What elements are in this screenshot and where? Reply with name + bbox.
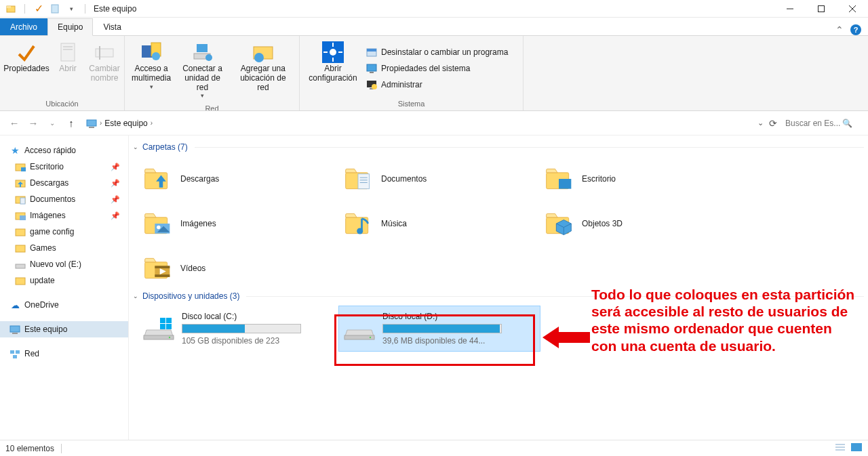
media-access-button[interactable]: Acceso a multimedia ▾	[129, 39, 174, 102]
tab-file[interactable]: Archivo	[0, 18, 47, 35]
folder-icon	[15, 259, 26, 270]
drive-icon	[142, 312, 175, 345]
sidebar-item[interactable]: Games	[0, 240, 128, 256]
collapse-icon: ⌄	[133, 293, 138, 299]
collapse-icon: ⌄	[133, 144, 138, 150]
svg-rect-79	[160, 324, 165, 329]
annotation-text: Todo lo que coloques en esta partición s…	[591, 286, 857, 354]
folder-item[interactable]: Escritorio	[540, 159, 741, 199]
uninstall-programs-button[interactable]: Desinstalar o cambiar un programa	[366, 47, 508, 58]
back-button[interactable]: ←	[7, 116, 22, 131]
group-system-caption: Sistema	[304, 98, 519, 110]
manage-button[interactable]: Administrar	[366, 79, 508, 90]
properties-label: Propiedades	[3, 64, 49, 74]
check-icon[interactable]: ✓	[33, 3, 44, 14]
collapse-ribbon-icon[interactable]: ⌃	[835, 24, 844, 35]
folders-section-header[interactable]: ⌄ Carpetas (7)	[129, 140, 868, 154]
svg-rect-1	[7, 6, 11, 8]
sysprops-label: Propiedades del sistema	[381, 64, 470, 73]
help-icon[interactable]: ?	[850, 24, 861, 35]
sidebar-item-label: Escritorio	[30, 162, 64, 171]
recent-locations-button[interactable]: ⌄	[45, 116, 60, 131]
sidebar-item[interactable]: Documentos📌	[0, 191, 128, 207]
sidebar-item-label: Nuevo vol (E:)	[30, 260, 81, 269]
group-network-caption: Red	[129, 102, 295, 111]
dropdown-icon[interactable]: ▾	[66, 3, 77, 14]
sidebar-thispc[interactable]: Este equipo	[0, 321, 128, 337]
close-button[interactable]	[837, 0, 868, 18]
drive-freespace-label: 105 GB disponibles de 223	[182, 336, 335, 346]
address-bar[interactable]: › Este equipo ›	[83, 115, 753, 131]
svg-rect-78	[166, 318, 172, 323]
svg-rect-8	[63, 46, 73, 47]
connect-drive-button[interactable]: Conectar a unidad de red ▾	[175, 39, 230, 102]
window-title: Este equipo	[94, 4, 136, 14]
search-box[interactable]: 🔍	[781, 115, 863, 131]
pin-icon: 📌	[111, 195, 120, 204]
chevron-right-icon[interactable]: ›	[100, 119, 102, 127]
properties-button[interactable]: Propiedades	[4, 39, 49, 98]
folder-item[interactable]: Vídeos	[138, 248, 339, 289]
minimize-button[interactable]	[774, 0, 806, 18]
folder-item[interactable]: Música	[339, 203, 540, 244]
svg-rect-23	[332, 58, 334, 62]
rename-button[interactable]: Cambiar nombre	[87, 39, 122, 98]
open-button[interactable]: Abrir	[50, 39, 85, 98]
dropdown-icon: ▾	[201, 92, 204, 99]
pin-icon: 📌	[111, 179, 120, 188]
thispc-icon	[9, 324, 20, 335]
sidebar-item[interactable]: Imágenes📌	[0, 207, 128, 224]
folder-item[interactable]: Imágenes	[138, 203, 339, 244]
tiles-view-icon[interactable]	[850, 442, 863, 454]
up-button[interactable]: ↑	[64, 116, 79, 131]
breadcrumb-thispc[interactable]: Este equipo	[104, 119, 147, 128]
sidebar-quick-access[interactable]: ★ Acceso rápido	[0, 142, 128, 159]
sidebar-onedrive[interactable]: ☁ OneDrive	[0, 297, 128, 313]
folder-item[interactable]: Descargas	[138, 159, 339, 199]
title-bar: ✓ ▾ Este equipo	[0, 0, 868, 18]
drives-header-label: Dispositivos y unidades (3)	[142, 291, 239, 301]
search-input[interactable]	[784, 118, 842, 129]
svg-rect-80	[166, 324, 172, 329]
svg-point-32	[372, 84, 377, 89]
address-dropdown-icon[interactable]: ⌄	[757, 119, 764, 127]
svg-rect-4	[818, 5, 825, 12]
svg-rect-28	[367, 64, 376, 71]
open-settings-button[interactable]: Abrir configuración	[304, 39, 362, 98]
folder-icon	[141, 163, 174, 195]
sidebar-item[interactable]: Descargas📌	[0, 175, 128, 191]
folder-item[interactable]: Documentos	[339, 159, 540, 199]
svg-rect-44	[16, 245, 25, 252]
svg-rect-45	[16, 264, 25, 268]
connect-drive-label: Conectar a unidad de red	[179, 64, 226, 92]
add-location-button[interactable]: Agregar una ubicación de red	[231, 39, 295, 102]
folder-icon	[342, 163, 374, 195]
svg-point-14	[152, 52, 160, 60]
drive-item[interactable]: Disco local (C:)105 GB disponibles de 22…	[138, 306, 339, 351]
group-location-caption: Ubicación	[4, 98, 120, 110]
sidebar-item[interactable]: Nuevo vol (E:)	[0, 256, 128, 272]
sidebar-network[interactable]: Red	[0, 346, 128, 362]
tab-view[interactable]: Vista	[93, 18, 131, 35]
thispc-icon	[86, 118, 97, 129]
sidebar-item[interactable]: Escritorio📌	[0, 159, 128, 175]
sidebar-item[interactable]: game config	[0, 224, 128, 240]
folder-icon	[15, 161, 26, 172]
folder-item[interactable]: Objetos 3D	[540, 203, 741, 244]
svg-rect-2	[52, 5, 58, 13]
document-icon[interactable]	[50, 3, 60, 14]
folder-icon	[15, 243, 26, 253]
svg-rect-46	[16, 278, 25, 285]
svg-rect-49	[10, 350, 14, 354]
svg-rect-16	[197, 44, 208, 52]
chevron-right-icon[interactable]: ›	[151, 119, 153, 127]
folder-icon	[342, 207, 374, 240]
refresh-icon[interactable]: ⟳	[769, 118, 777, 129]
system-properties-button[interactable]: Propiedades del sistema	[366, 63, 508, 74]
sidebar-item[interactable]: update	[0, 272, 128, 289]
details-view-icon[interactable]	[834, 442, 846, 454]
folder-icon	[141, 252, 174, 285]
forward-button[interactable]: →	[26, 116, 41, 131]
maximize-button[interactable]	[806, 0, 837, 18]
tab-computer[interactable]: Equipo	[47, 18, 93, 36]
